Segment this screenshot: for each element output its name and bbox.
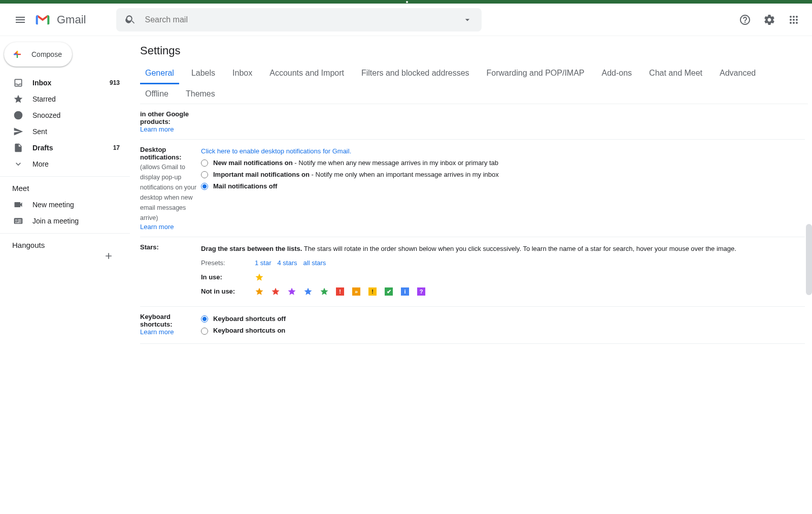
setting-row-smart-features-partial: in other Google products: Learn more bbox=[140, 104, 805, 140]
scrollbar-thumb[interactable] bbox=[806, 224, 812, 295]
nav-list: Inbox 913 Starred Snoozed Sent Drafts 17 bbox=[0, 75, 130, 177]
sidebar-item-more[interactable]: More bbox=[0, 156, 126, 172]
page-title: Settings bbox=[140, 44, 808, 57]
meet-section-title: Meet bbox=[0, 177, 130, 197]
star-yellow[interactable] bbox=[255, 273, 264, 282]
drafts-icon bbox=[13, 143, 23, 153]
window-top-border bbox=[0, 0, 812, 4]
tab-accounts-import[interactable]: Accounts and Import bbox=[264, 63, 349, 84]
badge-red-bang[interactable]: ! bbox=[336, 287, 344, 296]
badge-orange-arrows[interactable]: » bbox=[352, 287, 360, 296]
search-box[interactable] bbox=[116, 8, 482, 31]
search-input[interactable] bbox=[141, 15, 457, 24]
enable-desktop-notifications-link[interactable]: Click here to enable desktop notificatio… bbox=[201, 146, 805, 157]
badge-blue-info[interactable]: i bbox=[401, 287, 409, 296]
sidebar-item-new-meeting[interactable]: New meeting bbox=[0, 197, 126, 213]
tab-forwarding[interactable]: Forwarding and POP/IMAP bbox=[482, 63, 590, 84]
sidebar-item-drafts[interactable]: Drafts 17 bbox=[0, 140, 126, 156]
expand-more-icon bbox=[13, 159, 23, 169]
tab-advanced[interactable]: Advanced bbox=[715, 63, 761, 84]
setting-row-desktop-notifications: Desktop notifications: (allows Gmail to … bbox=[140, 140, 805, 237]
learn-more-desktop-link[interactable]: Learn more bbox=[140, 223, 198, 231]
help-icon bbox=[739, 14, 751, 26]
hamburger-icon bbox=[14, 14, 26, 26]
sidebar: Compose Inbox 913 Starred Snoozed Sent bbox=[0, 36, 130, 514]
inbox-icon bbox=[13, 78, 23, 88]
video-icon bbox=[13, 200, 23, 210]
settings-tabs: General Labels Inbox Accounts and Import… bbox=[140, 63, 808, 104]
search-button[interactable] bbox=[120, 10, 141, 30]
radio-shortcuts-on-input[interactable] bbox=[201, 328, 208, 335]
star-red[interactable] bbox=[271, 287, 280, 296]
plus-icon bbox=[104, 251, 114, 261]
search-icon bbox=[125, 14, 136, 25]
radio-mail-off[interactable]: Mail notifications off bbox=[201, 181, 805, 192]
tab-chat-meet[interactable]: Chat and Meet bbox=[644, 63, 707, 84]
caret-down-icon bbox=[462, 15, 472, 25]
tab-themes[interactable]: Themes bbox=[181, 84, 220, 104]
badge-green-check[interactable]: ✔ bbox=[385, 287, 393, 296]
radio-shortcuts-off-input[interactable] bbox=[201, 315, 208, 323]
radio-new-mail-on[interactable]: New mail notifications on - Notify me wh… bbox=[201, 157, 805, 169]
gmail-logo-icon bbox=[35, 12, 51, 28]
tab-labels[interactable]: Labels bbox=[186, 63, 220, 84]
google-apps-button[interactable] bbox=[784, 10, 804, 30]
sidebar-item-starred[interactable]: Starred bbox=[0, 91, 126, 107]
gmail-logo-area[interactable]: Gmail bbox=[35, 12, 86, 28]
preset-1star[interactable]: 1 star bbox=[255, 258, 272, 269]
settings-button[interactable] bbox=[759, 10, 780, 30]
main-content: Settings General Labels Inbox Accounts a… bbox=[130, 36, 812, 514]
sent-icon bbox=[13, 126, 23, 137]
support-button[interactable] bbox=[735, 10, 755, 30]
hangouts-new-button[interactable] bbox=[104, 251, 114, 263]
radio-mail-off-input[interactable] bbox=[201, 183, 208, 190]
apps-grid-icon bbox=[788, 14, 800, 26]
radio-new-mail-on-input[interactable] bbox=[201, 159, 208, 167]
radio-important-mail-on[interactable]: Important mail notifications on - Notify… bbox=[201, 169, 805, 180]
compose-label: Compose bbox=[31, 50, 62, 58]
star-green[interactable] bbox=[320, 287, 329, 296]
compose-plus-icon bbox=[10, 47, 24, 61]
sidebar-item-sent[interactable]: Sent bbox=[0, 123, 126, 140]
search-options-button[interactable] bbox=[457, 10, 478, 30]
tab-addons[interactable]: Add-ons bbox=[597, 63, 637, 84]
star-icon bbox=[13, 94, 23, 104]
radio-shortcuts-on[interactable]: Keyboard shortcuts on bbox=[201, 325, 805, 336]
main-menu-button[interactable] bbox=[8, 8, 32, 32]
radio-shortcuts-off[interactable]: Keyboard shortcuts off bbox=[201, 313, 805, 325]
preset-allstars[interactable]: all stars bbox=[303, 258, 326, 269]
compose-button[interactable]: Compose bbox=[4, 42, 72, 67]
badge-purple-question[interactable]: ? bbox=[417, 287, 425, 296]
sidebar-item-inbox[interactable]: Inbox 913 bbox=[0, 75, 126, 91]
keyboard-icon bbox=[13, 216, 23, 226]
learn-more-shortcuts-link[interactable]: Learn more bbox=[140, 328, 198, 336]
setting-row-keyboard-shortcuts: Keyboard shortcuts: Learn more Keyboard … bbox=[140, 307, 805, 343]
badge-yellow-bang[interactable]: ! bbox=[368, 287, 377, 296]
sidebar-item-snoozed[interactable]: Snoozed bbox=[0, 107, 126, 123]
header-bar: Gmail bbox=[0, 4, 812, 36]
star-blue[interactable] bbox=[303, 287, 313, 296]
tab-general[interactable]: General bbox=[140, 63, 179, 84]
learn-more-smart-link[interactable]: Learn more bbox=[140, 125, 198, 133]
clock-icon bbox=[13, 110, 23, 120]
tab-filters[interactable]: Filters and blocked addresses bbox=[356, 63, 475, 84]
setting-row-stars: Stars: Drag the stars between the lists.… bbox=[140, 237, 805, 307]
star-purple[interactable] bbox=[287, 287, 296, 296]
tab-inbox[interactable]: Inbox bbox=[227, 63, 257, 84]
sidebar-item-join-meeting[interactable]: Join a meeting bbox=[0, 213, 126, 229]
gear-icon bbox=[763, 14, 775, 26]
preset-4stars[interactable]: 4 stars bbox=[278, 258, 297, 269]
gmail-wordmark: Gmail bbox=[57, 13, 86, 26]
star-orange[interactable] bbox=[255, 287, 264, 296]
radio-important-mail-on-input[interactable] bbox=[201, 171, 208, 178]
tab-offline[interactable]: Offline bbox=[140, 84, 174, 104]
settings-scroll-area[interactable]: in other Google products: Learn more Des… bbox=[140, 104, 808, 513]
